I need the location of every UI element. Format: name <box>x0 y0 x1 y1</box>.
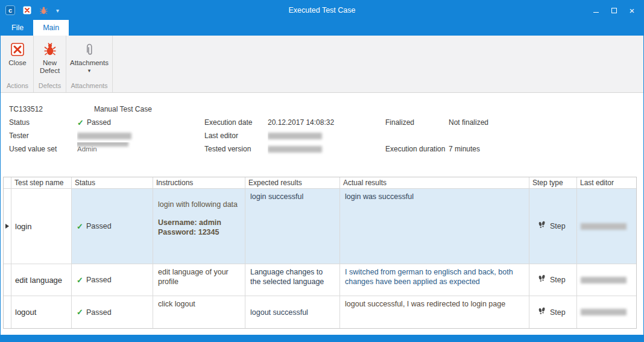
status-value: ✓ Passed <box>77 116 204 129</box>
redacted-text <box>77 142 128 147</box>
step-type-cell[interactable]: Step <box>529 264 577 296</box>
bug-icon <box>43 42 57 57</box>
redacted-text <box>581 277 627 283</box>
test-case-type: Manual Test Case <box>77 103 204 116</box>
step-actual-results-cell[interactable]: login was successful <box>340 189 529 264</box>
step-type-cell[interactable]: Step <box>529 189 577 264</box>
test-case-details-panel: TC133512 Manual Test Case Status ✓ Passe… <box>1 93 643 176</box>
step-name-cell[interactable]: login <box>11 189 72 264</box>
redacted-text <box>581 309 627 315</box>
check-icon: ✓ <box>77 118 84 127</box>
paperclip-icon <box>83 42 96 57</box>
finalized-label: Finalized <box>385 116 449 129</box>
current-row-arrow-icon <box>5 224 9 229</box>
column-header-instructions[interactable]: Instructions <box>153 177 245 189</box>
execution-date-label: Execution date <box>204 116 268 129</box>
tested-version-value <box>268 142 385 156</box>
maximize-button[interactable] <box>605 1 623 20</box>
new-defect-label-line2: Defect <box>40 67 60 75</box>
row-indicator-header <box>4 177 11 189</box>
step-instructions-cell[interactable]: edit language of your profile <box>153 264 245 296</box>
step-status-cell[interactable]: ✓ Passed <box>72 296 153 328</box>
title-bar: c ▾ Executed Test Case × <box>1 1 643 20</box>
step-type-cell[interactable]: Step <box>529 296 577 328</box>
close-icon <box>10 42 25 57</box>
used-value-set-label: Used value set <box>9 142 77 156</box>
new-defect-label-line1: New <box>43 59 57 67</box>
attachments-button-label: Attachments <box>70 59 109 67</box>
check-icon: ✓ <box>77 222 83 231</box>
row-indicator <box>4 296 11 328</box>
column-header-status[interactable]: Status <box>72 177 153 189</box>
ribbon-group-label-attachments: Attachments <box>66 81 112 92</box>
tested-version-label: Tested version <box>204 142 268 156</box>
status-label: Status <box>9 116 77 129</box>
row-indicator <box>4 264 11 296</box>
column-header-last-editor[interactable]: Last editor <box>577 177 636 189</box>
close-button[interactable]: Close <box>6 40 28 68</box>
test-case-id: TC133512 <box>9 103 77 116</box>
ribbon-group-actions: Close Actions <box>2 36 33 92</box>
step-name-cell[interactable]: logout <box>11 296 72 328</box>
column-header-expected-results[interactable]: Expected results <box>245 177 340 189</box>
check-icon: ✓ <box>77 276 83 285</box>
redacted-text <box>581 223 627 230</box>
ribbon-group-label-actions: Actions <box>2 81 33 92</box>
chevron-down-icon: ▾ <box>88 69 91 72</box>
execution-date-value: 20.12.2017 14:08:32 <box>268 116 385 129</box>
ribbon-separator <box>112 36 113 92</box>
test-steps-table: Test step name Status Instructions Expec… <box>3 177 637 329</box>
step-actual-results-cell[interactable]: logout successful, I was redirected to l… <box>340 296 529 328</box>
last-editor-label: Last editor <box>204 129 268 142</box>
check-icon: ✓ <box>77 308 83 317</box>
ribbon: Close Actions New Defect Defects <box>1 36 643 93</box>
execution-duration-label: Execution duration <box>385 142 449 156</box>
close-window-button[interactable]: × <box>623 1 641 20</box>
row-indicator <box>4 189 11 264</box>
step-last-editor-cell[interactable] <box>577 296 636 328</box>
ribbon-tab-strip: File Main <box>1 20 643 36</box>
step-status-cell[interactable]: ✓ Passed <box>72 189 153 264</box>
new-defect-button[interactable]: New Defect <box>37 40 62 76</box>
ribbon-group-attachments: Attachments ▾ Attachments <box>66 36 112 92</box>
execution-duration-value: 7 minutes <box>449 142 643 156</box>
step-instructions-cell[interactable]: login with following data Username: admi… <box>153 189 245 264</box>
step-last-editor-cell[interactable] <box>577 189 636 264</box>
redacted-text <box>268 146 322 153</box>
close-button-label: Close <box>8 59 26 67</box>
ribbon-group-defects: New Defect Defects <box>34 36 66 92</box>
step-instructions-cell[interactable]: click logout <box>153 296 245 328</box>
step-last-editor-cell[interactable] <box>577 264 636 296</box>
tester-label: Tester <box>9 129 77 142</box>
tab-file[interactable]: File <box>2 20 33 36</box>
bottom-accent-bar <box>1 335 643 341</box>
minimize-button[interactable] <box>587 1 605 20</box>
finalized-value: Not finalized <box>449 116 643 129</box>
redacted-text <box>77 133 131 139</box>
ribbon-group-label-defects: Defects <box>34 81 66 92</box>
attachments-button[interactable]: Attachments ▾ <box>68 40 111 74</box>
step-actual-results-cell[interactable]: I switched from german to englisch and b… <box>340 264 529 296</box>
last-editor-value <box>268 129 385 142</box>
window-title: Executed Test Case <box>1 1 643 20</box>
column-header-step-type[interactable]: Step type <box>529 177 577 189</box>
step-expected-results-cell[interactable]: Language changes to the selected languag… <box>245 264 340 296</box>
window-controls: × <box>587 1 641 20</box>
footsteps-icon <box>537 274 547 286</box>
step-status-cell[interactable]: ✓ Passed <box>72 264 153 296</box>
column-header-test-step-name[interactable]: Test step name <box>11 177 72 189</box>
tab-main[interactable]: Main <box>33 20 69 36</box>
step-expected-results-cell[interactable]: logout successful <box>245 296 340 328</box>
footsteps-icon <box>537 220 547 232</box>
footsteps-icon <box>537 306 547 318</box>
executed-test-case-window: c ▾ Executed Test Case × File Main <box>0 0 644 342</box>
used-value-set-value: Admin <box>77 142 204 156</box>
step-expected-results-cell[interactable]: login successful <box>245 189 340 264</box>
column-header-actual-results[interactable]: Actual results <box>340 177 529 189</box>
step-name-cell[interactable]: edit language <box>11 264 72 296</box>
redacted-text <box>268 133 322 139</box>
tester-value <box>77 129 204 142</box>
